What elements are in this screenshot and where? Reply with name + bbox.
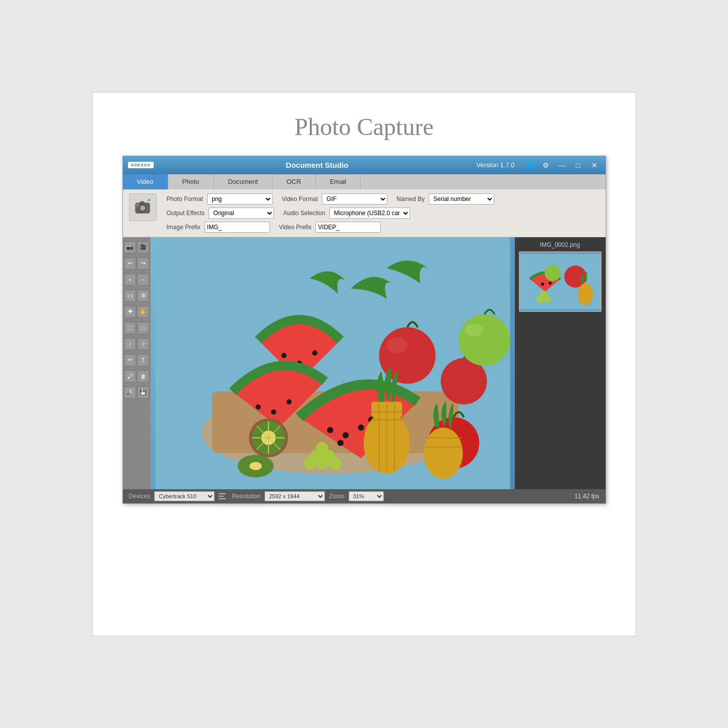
audio-selection-label: Audio Selection <box>283 210 325 217</box>
title-bar: ADESSO Document Studio Version 1.7.0 🌐 ⚙… <box>123 156 606 174</box>
svg-rect-3 <box>140 202 144 204</box>
named-by-label: Named By <box>396 195 425 203</box>
right-panel: IMG_0002.png <box>515 237 606 489</box>
fps-display: 11.42 fps <box>574 493 599 500</box>
svg-point-8 <box>281 353 286 358</box>
page-title: Photo Capture <box>295 113 434 141</box>
svg-point-50 <box>315 442 327 454</box>
eq-settings-icon[interactable] <box>219 492 228 500</box>
tool-group-view: 1:1 ⊞ <box>124 290 149 302</box>
image-prefix-input[interactable] <box>205 222 270 233</box>
pan-button[interactable]: ✋ <box>137 306 149 318</box>
tool-group-annotate: ✏ T <box>124 354 149 366</box>
marquee-select-button[interactable]: ⬚ <box>124 322 136 334</box>
fit-window-button[interactable]: ⊞ <box>137 290 149 302</box>
crosshair-button[interactable]: ✚ <box>124 306 136 318</box>
capture-photo-button[interactable]: 📷 <box>124 241 136 253</box>
svg-point-2 <box>141 206 145 210</box>
tool-group-pan: ✚ ✋ <box>124 306 149 318</box>
logo-text: ADESSO <box>131 163 151 167</box>
image-prefix-label: Image Prefix <box>167 224 201 231</box>
tab-document[interactable]: Document <box>214 174 273 189</box>
left-toolbar: 📷 🎥 ↩ ↪ + − <box>123 237 151 489</box>
svg-point-12 <box>255 404 260 409</box>
photo-format-label: Photo Format <box>167 195 204 203</box>
svg-point-25 <box>465 323 483 336</box>
status-bar: Devices Cybertrack 510 Resolution 2592 x… <box>123 489 606 503</box>
nav-tabs: Video Photo Document OCR Email <box>123 174 606 189</box>
camera-icon-box <box>129 193 157 221</box>
named-by-select[interactable]: Serial number <box>429 193 494 205</box>
svg-point-10 <box>312 350 317 355</box>
svg-point-34 <box>249 461 261 470</box>
maximize-button[interactable]: □ <box>572 159 584 171</box>
svg-point-4 <box>137 204 139 206</box>
svg-point-53 <box>549 282 552 285</box>
thumbnail-image <box>519 251 602 312</box>
tool-group-capture: 📷 🎥 <box>124 241 149 253</box>
image-preview-area <box>151 237 515 489</box>
output-effects-label: Output Effects <box>167 210 205 217</box>
svg-point-24 <box>458 314 510 366</box>
app-logo: ADESSO <box>128 162 154 168</box>
svg-point-14 <box>286 399 291 404</box>
line-button[interactable]: / <box>124 338 136 350</box>
text-button[interactable]: T <box>137 354 149 366</box>
page-wrapper: Photo Capture ADESSO Document Studio Ver… <box>92 92 636 636</box>
settings-icon[interactable]: ⚙ <box>540 159 552 171</box>
actual-size-button[interactable]: 1:1 <box>124 290 136 302</box>
svg-point-13 <box>271 409 276 414</box>
pencil-button[interactable]: ✏ <box>124 354 136 366</box>
video-prefix-label: Video Prefix <box>279 224 311 231</box>
svg-point-21 <box>386 337 407 353</box>
svg-point-18 <box>337 440 343 446</box>
delete-button[interactable]: 🗑 <box>137 370 149 382</box>
video-prefix-input[interactable] <box>315 222 381 233</box>
camera-tool-icon <box>134 198 152 216</box>
zoom-label: Zoom <box>329 493 345 500</box>
rect-button[interactable]: □ <box>137 322 149 334</box>
toolbar-area: Photo Format png Video Format GIF Named … <box>123 189 606 237</box>
thumbnail-filename: IMG_0002.png <box>519 241 602 248</box>
zoom-out-button[interactable]: − <box>137 274 149 286</box>
tool-group-save: 🔎 💾 <box>124 386 149 399</box>
close-button[interactable]: ✕ <box>588 159 601 171</box>
minimize-button[interactable]: — <box>556 159 568 171</box>
devices-label: Devices <box>129 493 151 500</box>
audio-selection-select[interactable]: Microphone (USB2.0 camera) <box>329 208 410 219</box>
resolution-select[interactable]: 2592 x 1944 <box>264 491 325 501</box>
tab-email[interactable]: Email <box>316 174 361 189</box>
device-select[interactable]: Cybertrack 510 <box>154 491 215 501</box>
tool-group-draw: / ⊹ <box>124 338 149 350</box>
output-effects-select[interactable]: Original <box>209 208 274 219</box>
app-name: Document Studio <box>158 161 476 169</box>
resolution-label: Resolution <box>232 493 260 500</box>
tab-video[interactable]: Video <box>123 174 168 189</box>
main-content: 📷 🎥 ↩ ↪ + − <box>123 237 606 489</box>
svg-point-55 <box>578 283 593 305</box>
zoom-select[interactable]: 31% <box>349 491 384 501</box>
tab-photo[interactable]: Photo <box>168 174 214 189</box>
globe-icon[interactable]: 🌐 <box>524 159 536 171</box>
tool-group-misc: 🖍 🗑 <box>124 370 149 382</box>
rotate-right-button[interactable]: ↪ <box>137 257 149 270</box>
app-window: ADESSO Document Studio Version 1.7.0 🌐 ⚙… <box>122 156 606 504</box>
tool-group-zoom: + − <box>124 274 149 286</box>
svg-point-52 <box>541 283 544 286</box>
zoom-in-button[interactable]: + <box>124 274 136 286</box>
tab-ocr[interactable]: OCR <box>273 174 316 189</box>
save-button[interactable]: 💾 <box>137 386 149 399</box>
search-button[interactable]: 🔎 <box>124 386 136 399</box>
highlight-button[interactable]: 🖍 <box>124 370 136 382</box>
rotate-left-button[interactable]: ↩ <box>124 257 136 270</box>
fruit-image <box>151 237 515 489</box>
point-button[interactable]: ⊹ <box>137 338 149 350</box>
title-bar-controls: Version 1.7.0 🌐 ⚙ — □ ✕ <box>477 159 601 171</box>
photo-format-select[interactable]: png <box>207 193 273 205</box>
video-format-select[interactable]: GIF <box>322 193 387 205</box>
tool-group-select: ⬚ □ <box>124 322 149 334</box>
svg-point-15 <box>327 427 333 433</box>
video-format-label: Video Format <box>282 195 318 203</box>
capture-video-button[interactable]: 🎥 <box>137 241 149 253</box>
svg-point-59 <box>540 291 547 298</box>
